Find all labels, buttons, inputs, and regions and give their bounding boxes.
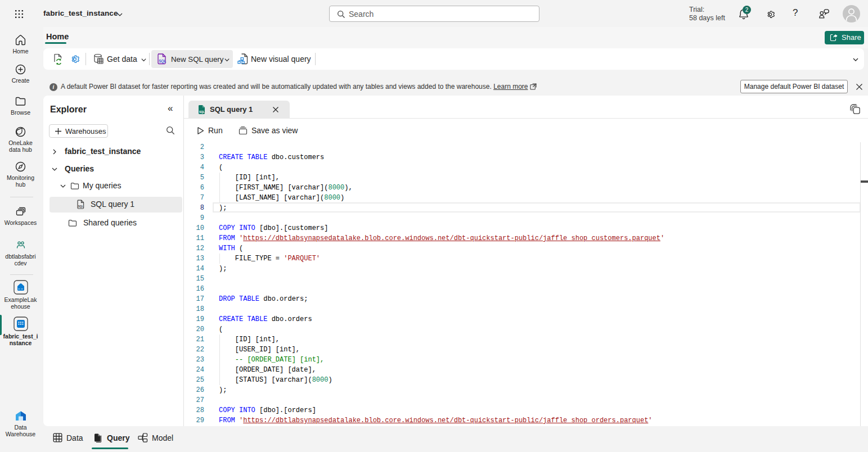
- svg-text:SQL: SQL: [78, 205, 84, 208]
- svg-text:SQL: SQL: [199, 111, 205, 114]
- svg-text:SQL: SQL: [159, 59, 166, 64]
